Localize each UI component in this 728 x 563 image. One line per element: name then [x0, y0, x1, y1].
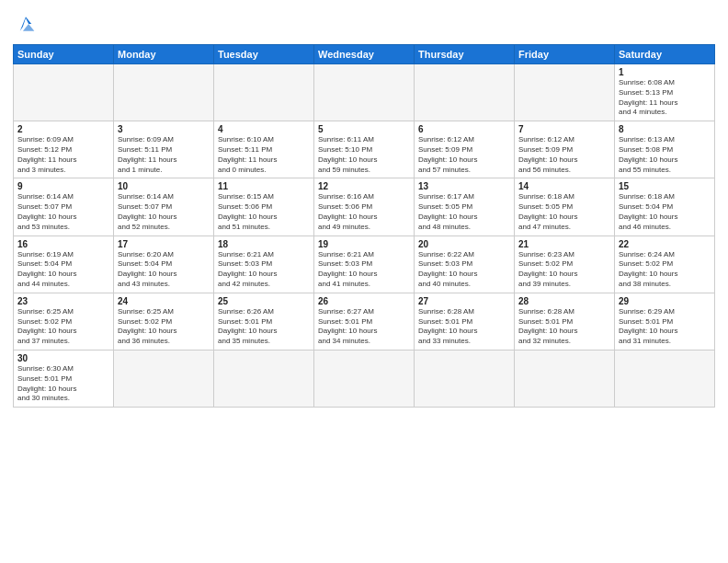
day-number: 1 [619, 67, 711, 77]
cell-info: Sunrise: 6:09 AM Sunset: 5:11 PM Dayligh… [118, 135, 210, 175]
day-number: 17 [118, 239, 210, 249]
cell-info: Sunrise: 6:10 AM Sunset: 5:11 PM Dayligh… [218, 135, 310, 175]
cell-info: Sunrise: 6:12 AM Sunset: 5:09 PM Dayligh… [418, 135, 510, 175]
calendar-cell [615, 350, 715, 407]
day-number: 15 [619, 181, 711, 191]
day-number: 12 [318, 181, 410, 191]
cell-info: Sunrise: 6:08 AM Sunset: 5:13 PM Dayligh… [619, 78, 711, 118]
calendar-cell: 26Sunrise: 6:27 AM Sunset: 5:01 PM Dayli… [314, 293, 415, 350]
cell-info: Sunrise: 6:27 AM Sunset: 5:01 PM Dayligh… [318, 307, 410, 347]
logo-icon [13, 11, 39, 37]
cell-info: Sunrise: 6:09 AM Sunset: 5:12 PM Dayligh… [17, 135, 109, 175]
cell-info: Sunrise: 6:29 AM Sunset: 5:01 PM Dayligh… [619, 307, 711, 347]
calendar-day-header: Sunday [14, 45, 114, 64]
calendar-cell: 15Sunrise: 6:18 AM Sunset: 5:04 PM Dayli… [615, 178, 715, 236]
calendar-row: 30Sunrise: 6:30 AM Sunset: 5:01 PM Dayli… [14, 350, 715, 407]
calendar-cell: 29Sunrise: 6:29 AM Sunset: 5:01 PM Dayli… [615, 293, 715, 350]
calendar-cell [114, 64, 214, 121]
svg-marker-1 [23, 24, 34, 31]
calendar-cell [515, 64, 615, 121]
cell-info: Sunrise: 6:11 AM Sunset: 5:10 PM Dayligh… [318, 135, 410, 175]
cell-info: Sunrise: 6:25 AM Sunset: 5:02 PM Dayligh… [17, 307, 109, 347]
calendar-cell: 24Sunrise: 6:25 AM Sunset: 5:02 PM Dayli… [114, 293, 214, 350]
calendar-cell: 16Sunrise: 6:19 AM Sunset: 5:04 PM Dayli… [14, 236, 114, 293]
day-number: 9 [17, 181, 109, 191]
calendar-cell: 28Sunrise: 6:28 AM Sunset: 5:01 PM Dayli… [515, 293, 615, 350]
cell-info: Sunrise: 6:12 AM Sunset: 5:09 PM Dayligh… [518, 135, 610, 175]
day-number: 26 [318, 296, 410, 306]
calendar-day-header: Tuesday [214, 45, 314, 64]
calendar-cell: 6Sunrise: 6:12 AM Sunset: 5:09 PM Daylig… [415, 121, 515, 178]
calendar-row: 16Sunrise: 6:19 AM Sunset: 5:04 PM Dayli… [14, 236, 715, 293]
calendar-row: 1Sunrise: 6:08 AM Sunset: 5:13 PM Daylig… [14, 64, 715, 121]
day-number: 14 [518, 181, 610, 191]
cell-info: Sunrise: 6:23 AM Sunset: 5:02 PM Dayligh… [518, 250, 610, 290]
cell-info: Sunrise: 6:15 AM Sunset: 5:06 PM Dayligh… [218, 192, 310, 232]
day-number: 5 [318, 124, 410, 134]
cell-info: Sunrise: 6:25 AM Sunset: 5:02 PM Dayligh… [118, 307, 210, 347]
day-number: 16 [17, 239, 109, 249]
calendar-row: 23Sunrise: 6:25 AM Sunset: 5:02 PM Dayli… [14, 293, 715, 350]
day-number: 18 [218, 239, 310, 249]
calendar-cell: 23Sunrise: 6:25 AM Sunset: 5:02 PM Dayli… [14, 293, 114, 350]
day-number: 24 [118, 296, 210, 306]
calendar-cell: 20Sunrise: 6:22 AM Sunset: 5:03 PM Dayli… [415, 236, 515, 293]
day-number: 21 [518, 239, 610, 249]
cell-info: Sunrise: 6:22 AM Sunset: 5:03 PM Dayligh… [418, 250, 510, 290]
calendar-cell: 13Sunrise: 6:17 AM Sunset: 5:05 PM Dayli… [415, 178, 515, 236]
day-number: 23 [17, 296, 109, 306]
day-number: 3 [118, 124, 210, 134]
calendar-cell [114, 350, 214, 407]
calendar-day-header: Monday [114, 45, 214, 64]
calendar-day-header: Thursday [415, 45, 515, 64]
calendar-cell [415, 64, 515, 121]
day-number: 27 [418, 296, 510, 306]
cell-info: Sunrise: 6:14 AM Sunset: 5:07 PM Dayligh… [118, 192, 210, 232]
cell-info: Sunrise: 6:21 AM Sunset: 5:03 PM Dayligh… [318, 250, 410, 290]
calendar-day-header: Saturday [615, 45, 715, 64]
calendar-cell [14, 64, 114, 121]
calendar-cell: 14Sunrise: 6:18 AM Sunset: 5:05 PM Dayli… [515, 178, 615, 236]
day-number: 30 [17, 353, 109, 363]
calendar-cell: 2Sunrise: 6:09 AM Sunset: 5:12 PM Daylig… [14, 121, 114, 178]
cell-info: Sunrise: 6:20 AM Sunset: 5:04 PM Dayligh… [118, 250, 210, 290]
calendar-cell: 11Sunrise: 6:15 AM Sunset: 5:06 PM Dayli… [214, 178, 314, 236]
page: SundayMondayTuesdayWednesdayThursdayFrid… [0, 0, 728, 563]
header [13, 11, 715, 37]
day-number: 28 [518, 296, 610, 306]
calendar-cell: 9Sunrise: 6:14 AM Sunset: 5:07 PM Daylig… [14, 178, 114, 236]
day-number: 2 [17, 124, 109, 134]
calendar-cell: 21Sunrise: 6:23 AM Sunset: 5:02 PM Dayli… [515, 236, 615, 293]
calendar-cell: 7Sunrise: 6:12 AM Sunset: 5:09 PM Daylig… [515, 121, 615, 178]
day-number: 7 [518, 124, 610, 134]
calendar-cell [314, 350, 415, 407]
calendar-cell: 30Sunrise: 6:30 AM Sunset: 5:01 PM Dayli… [14, 350, 114, 407]
cell-info: Sunrise: 6:28 AM Sunset: 5:01 PM Dayligh… [418, 307, 510, 347]
cell-info: Sunrise: 6:19 AM Sunset: 5:04 PM Dayligh… [17, 250, 109, 290]
calendar-cell [515, 350, 615, 407]
cell-info: Sunrise: 6:13 AM Sunset: 5:08 PM Dayligh… [619, 135, 711, 175]
calendar-cell: 22Sunrise: 6:24 AM Sunset: 5:02 PM Dayli… [615, 236, 715, 293]
logo [13, 11, 42, 37]
calendar-day-header: Wednesday [314, 45, 415, 64]
calendar-cell: 12Sunrise: 6:16 AM Sunset: 5:06 PM Dayli… [314, 178, 415, 236]
calendar-cell: 19Sunrise: 6:21 AM Sunset: 5:03 PM Dayli… [314, 236, 415, 293]
calendar-row: 9Sunrise: 6:14 AM Sunset: 5:07 PM Daylig… [14, 178, 715, 236]
cell-info: Sunrise: 6:21 AM Sunset: 5:03 PM Dayligh… [218, 250, 310, 290]
day-number: 25 [218, 296, 310, 306]
calendar-cell [415, 350, 515, 407]
calendar-cell [314, 64, 415, 121]
calendar-header-row: SundayMondayTuesdayWednesdayThursdayFrid… [14, 45, 715, 64]
day-number: 29 [619, 296, 711, 306]
cell-info: Sunrise: 6:28 AM Sunset: 5:01 PM Dayligh… [518, 307, 610, 347]
calendar-cell: 8Sunrise: 6:13 AM Sunset: 5:08 PM Daylig… [615, 121, 715, 178]
day-number: 19 [318, 239, 410, 249]
cell-info: Sunrise: 6:16 AM Sunset: 5:06 PM Dayligh… [318, 192, 410, 232]
calendar-cell: 1Sunrise: 6:08 AM Sunset: 5:13 PM Daylig… [615, 64, 715, 121]
calendar-table: SundayMondayTuesdayWednesdayThursdayFrid… [13, 44, 715, 408]
day-number: 20 [418, 239, 510, 249]
cell-info: Sunrise: 6:17 AM Sunset: 5:05 PM Dayligh… [418, 192, 510, 232]
day-number: 22 [619, 239, 711, 249]
calendar-cell: 18Sunrise: 6:21 AM Sunset: 5:03 PM Dayli… [214, 236, 314, 293]
calendar-cell: 4Sunrise: 6:10 AM Sunset: 5:11 PM Daylig… [214, 121, 314, 178]
